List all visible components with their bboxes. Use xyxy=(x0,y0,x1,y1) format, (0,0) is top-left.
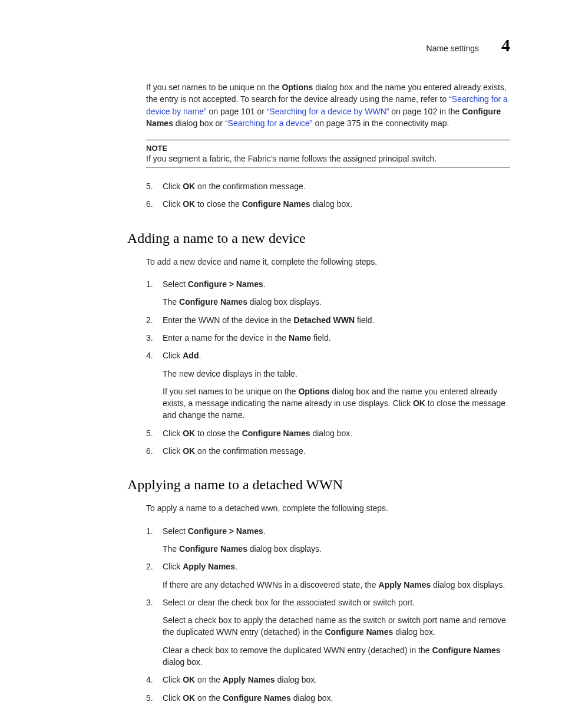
step-6: Click OK to close the Configure Names di… xyxy=(146,198,510,210)
text: Click xyxy=(163,693,183,703)
step-5: Click OK on the Configure Names dialog b… xyxy=(146,692,510,704)
text: dialog box displays. xyxy=(431,580,505,589)
text: field. xyxy=(311,333,330,342)
ok-label: OK xyxy=(183,199,195,209)
content: If you set names to be unique on the Opt… xyxy=(52,81,510,704)
text: dialog box displays. xyxy=(247,544,322,554)
apply-names-label: Apply Names xyxy=(183,562,235,571)
text: If there are any detached WWNs in a disc… xyxy=(163,580,379,589)
sub-text: Select a check box to apply the detached… xyxy=(163,614,510,638)
intro-paragraph: If you set names to be unique on the Opt… xyxy=(146,81,510,129)
configure-names-label: Configure Names xyxy=(179,297,247,307)
menu-path: Configure > Names xyxy=(188,526,263,536)
step-4: Click Add. The new device displays in th… xyxy=(146,350,510,421)
text: to close the xyxy=(195,199,242,209)
link-search-device[interactable]: “Searching for a device” xyxy=(225,118,313,128)
configure-names-label: Configure Names xyxy=(242,199,310,209)
step-6: Click OK on the confirmation message. xyxy=(146,445,510,457)
sub-text: The Configure Names dialog box displays. xyxy=(163,543,510,555)
text: Click xyxy=(163,199,183,209)
options-label: Options xyxy=(298,387,329,396)
text: Click xyxy=(163,446,183,456)
step-3: Enter a name for the device in the Name … xyxy=(146,332,510,344)
name-label: Name xyxy=(289,333,311,342)
apply-names-label: Apply Names xyxy=(223,675,275,684)
sub-text: Clear a check box to remove the duplicat… xyxy=(163,644,510,668)
configure-names-label: Configure Names xyxy=(242,429,310,438)
text: dialog box. xyxy=(393,627,435,637)
step-1: Select Configure > Names. The Configure … xyxy=(146,278,510,308)
text: on the confirmation message. xyxy=(195,446,306,456)
text: Enter a name for the device in the xyxy=(163,333,289,342)
configure-names-label: Configure Names xyxy=(223,693,291,703)
step-4: Click OK on the Apply Names dialog box. xyxy=(146,674,510,686)
sub-text: The new device displays in the table. xyxy=(163,368,510,380)
section1-steps: Select Configure > Names. The Configure … xyxy=(146,278,510,457)
sub-text: If there are any detached WWNs in a disc… xyxy=(163,579,510,591)
text: on page 102 in the xyxy=(389,107,462,116)
section-heading-applying-name: Applying a name to a detached WWN xyxy=(127,477,510,493)
step-2: Click Apply Names. If there are any deta… xyxy=(146,561,510,591)
text: If you set names to be unique on the xyxy=(146,83,282,92)
text: on page 375 in the connectivity map. xyxy=(313,118,449,128)
ok-label: OK xyxy=(183,429,195,438)
section2-steps: Select Configure > Names. The Configure … xyxy=(146,525,510,704)
link-search-device-by-wwn[interactable]: “Searching for a device by WWN” xyxy=(267,107,389,116)
note-block: NOTE If you segment a fabric, the Fabric… xyxy=(146,140,510,167)
note-body: If you segment a fabric, the Fabric’s na… xyxy=(146,154,510,163)
text: on page 101 or xyxy=(207,107,267,116)
text: Click xyxy=(163,429,183,438)
text: dialog box or xyxy=(173,118,225,128)
section-heading-adding-name: Adding a name to a new device xyxy=(127,230,510,246)
step-5: Click OK on the confirmation message. xyxy=(146,180,510,192)
step-5: Click OK to close the Configure Names di… xyxy=(146,427,510,439)
text: . xyxy=(263,279,266,289)
configure-names-label: Configure Names xyxy=(325,627,393,637)
ok-label: OK xyxy=(413,398,425,408)
text: Enter the WWN of the device in the xyxy=(163,315,294,325)
note-title: NOTE xyxy=(146,144,510,153)
section2-intro: To apply a name to a detached wwn, compl… xyxy=(146,502,510,514)
ok-label: OK xyxy=(183,675,195,684)
steps-continued: Click OK on the confirmation message. Cl… xyxy=(146,180,510,210)
ok-label: OK xyxy=(183,182,195,191)
text: The xyxy=(163,297,179,307)
text: The xyxy=(163,544,179,554)
header-chapter-number: 4 xyxy=(501,35,510,55)
text: Click xyxy=(163,351,183,360)
text: on the xyxy=(195,675,223,684)
text: on the confirmation message. xyxy=(195,182,306,191)
text: dialog box displays. xyxy=(247,297,322,307)
text: Select xyxy=(163,526,188,536)
text: Click xyxy=(163,182,183,191)
step-3: Select or clear the check box for the as… xyxy=(146,597,510,668)
text: Select xyxy=(163,279,188,289)
text: dialog box. xyxy=(291,693,333,703)
header-title: Name settings xyxy=(427,44,479,53)
step-1: Select Configure > Names. The Configure … xyxy=(146,525,510,555)
text: on the xyxy=(195,693,223,703)
sub-text: The Configure Names dialog box displays. xyxy=(163,296,510,308)
text: field. xyxy=(355,315,374,325)
options-label: Options xyxy=(282,83,313,92)
text: Select or clear the check box for the as… xyxy=(163,598,415,607)
text: . xyxy=(235,562,237,571)
text: dialog box. xyxy=(310,429,353,438)
ok-label: OK xyxy=(183,693,195,703)
text: Click xyxy=(163,562,183,571)
detached-wwn-label: Detached WWN xyxy=(294,315,355,325)
text: dialog box. xyxy=(163,657,203,667)
text: to close the xyxy=(195,429,242,438)
configure-names-label: Configure Names xyxy=(179,544,247,554)
section1-intro: To add a new device and name it, complet… xyxy=(146,256,510,268)
text: Click xyxy=(163,675,183,684)
text: . xyxy=(199,351,201,360)
apply-names-label: Apply Names xyxy=(379,580,431,589)
text: Clear a check box to remove the duplicat… xyxy=(163,645,432,655)
page: Name settings 4 If you set names to be u… xyxy=(0,0,562,728)
text: dialog box. xyxy=(310,199,353,209)
configure-names-label: Configure Names xyxy=(432,645,501,655)
text: dialog box. xyxy=(275,675,318,684)
add-label: Add xyxy=(183,351,199,360)
sub-text: If you set names to be unique on the Opt… xyxy=(163,386,510,421)
